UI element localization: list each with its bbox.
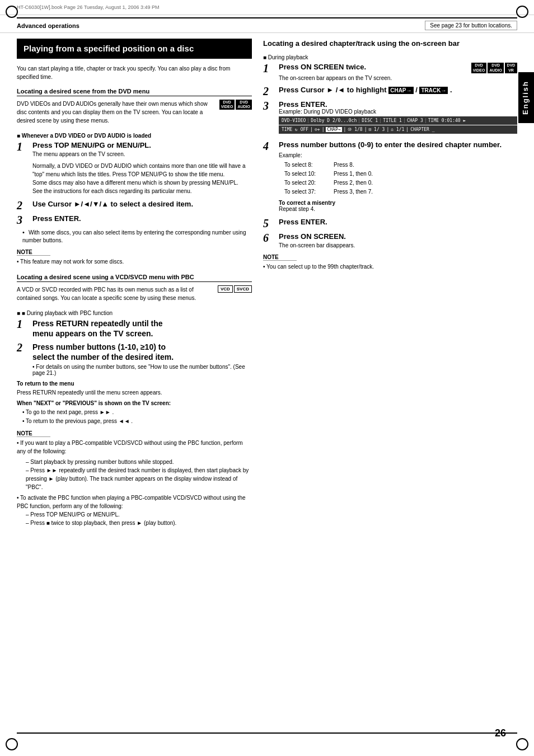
header-bar: HT-C6030[1W].book Page 26 Tuesday, Augus… xyxy=(0,0,534,15)
misentry-label: To correct a misentry xyxy=(279,200,335,206)
bullet-note-wrapper: • With some discs, you can also select i… xyxy=(22,229,252,245)
to-return-label: To return to the menu xyxy=(17,381,252,387)
misentry: To correct a misentry Repeat step 4. xyxy=(279,200,517,212)
step-1: 1 Press TOP MENU/PG or MENU/PL. The menu… xyxy=(17,141,252,158)
right-step-1-subtitle: The on-screen bar appears on the TV scre… xyxy=(279,74,517,82)
right-step-6: 6 Press ON SCREEN. The on-screen bar dis… xyxy=(263,232,517,250)
right-note-label: NOTE xyxy=(263,254,297,261)
note-text-1: • This feature may not work for some dis… xyxy=(17,257,252,266)
press-action-2: Press 1, then 0. xyxy=(334,170,373,179)
misentry-text: Repeat step 4. xyxy=(279,206,315,212)
right-note-content: You can select up to the 99th chapter/tr… xyxy=(266,264,374,270)
vcd-section: Locating a desired scene using a VCD/SVC… xyxy=(17,274,252,528)
bar-chap: CHAP 3 xyxy=(404,118,423,123)
step-3-content: Press ENTER. xyxy=(32,214,252,223)
press-action-3: Press 2, then 0. xyxy=(334,179,373,187)
main-title: Playing from a specified position on a d… xyxy=(24,43,245,54)
press-row-3: To select 20: Press 2, then 0. xyxy=(284,179,517,187)
right-step-4: 4 Press number buttons (0-9) to enter th… xyxy=(263,140,517,214)
bar-dot: ⊙+ xyxy=(315,127,320,132)
bar-home: ⌂ 1/1 xyxy=(391,127,404,132)
right-step-4-content: Press number buttons (0-9) to enter the … xyxy=(279,140,517,214)
bar-dvd-video: DVD-VIDEO xyxy=(282,118,306,123)
right-step-1-content: Press ON SCREEN twice. DVDVIDEO DVDAUDIO… xyxy=(279,63,517,82)
svcd-badge: SVCD xyxy=(234,285,252,293)
example-label: Example: During DVD VIDEO playback xyxy=(279,109,517,115)
bar-title: TITLE 1 xyxy=(380,118,402,123)
vcd-badges: VCD SVCD xyxy=(218,285,252,293)
right-step-3-title: Press ENTER. xyxy=(279,100,517,109)
advanced-ops-label: Advanced operations xyxy=(17,22,79,29)
press-action-4: Press 3, then 7. xyxy=(334,187,373,196)
press-select-3: To select 20: xyxy=(284,179,329,187)
bar-sep5: | xyxy=(386,127,389,132)
bar-time2: TIME ↻ OFF xyxy=(282,127,308,132)
note-dash-3: Press TOP MENU/PG or MENU/PL. xyxy=(26,510,252,519)
dvd-menu-section: Locating a desired scene from the DVD me… xyxy=(17,88,252,266)
english-tab: English xyxy=(518,72,534,123)
main-content: Playing from a specified position on a d… xyxy=(0,33,534,537)
vcd-step-2-num: 2 xyxy=(17,342,28,353)
vcd-step-2-title: Press number buttons (1-10, ≥10) toselec… xyxy=(32,342,252,362)
badge-dvd-audio: DVDAUDIO xyxy=(488,63,504,73)
right-step-6-title: Press ON SCREEN. xyxy=(279,232,517,241)
press-select-1: To select 8: xyxy=(284,161,329,170)
step-1-indent: Normally, a DVD VIDEO or DVD AUDIO which… xyxy=(32,162,252,195)
bar-sep2: | xyxy=(322,127,325,132)
right-step-1-title: Press ON SCREEN twice. xyxy=(279,63,366,71)
right-step-2-num: 2 xyxy=(263,86,274,97)
press-select-4: To select 37: xyxy=(284,187,329,196)
example-label-4: Example: xyxy=(279,152,517,158)
vcd-section-title: Locating a desired scene using a VCD/SVC… xyxy=(17,274,252,282)
dvd-video-badge: DVDVIDEO xyxy=(219,100,235,110)
step-2: 2 Use Cursor ►/◄/▼/▲ to select a desired… xyxy=(17,200,252,211)
note-item-2: • To activate the PBC function when play… xyxy=(17,494,252,510)
bullet-dot: • xyxy=(22,229,26,236)
note-dash-4: Press ■ twice to stop playback, then pre… xyxy=(26,519,252,527)
vcd-step-1-content: Press RETURN repeatedly until themenu ap… xyxy=(32,318,252,339)
section-header: Advanced operations See page 23 for butt… xyxy=(0,18,534,33)
file-info: HT-C6030[1W].book Page 26 Tuesday, Augus… xyxy=(17,4,160,10)
vcd-step-1-num: 1 xyxy=(17,318,28,330)
during-playback-right: During playback xyxy=(263,54,517,60)
section2-body-text: A VCD or SVCD recorded with PBC has its … xyxy=(17,285,252,302)
note-label-2: NOTE xyxy=(17,430,50,437)
right-step-4-num: 4 xyxy=(263,140,274,152)
to-return-text: Press RETURN repeatedly until the menu s… xyxy=(17,388,252,397)
section1-body: DVDVIDEO DVDAUDIO DVD VIDEOs and DVD AUD… xyxy=(17,100,252,128)
right-step-2-content: Press Cursor ► /◄ to highlight CHAP→ / T… xyxy=(279,86,517,94)
intro-text: You can start playing a title, chapter o… xyxy=(17,64,252,81)
step-2-content: Use Cursor ►/◄/▼/▲ to select a desired i… xyxy=(32,200,252,208)
bar-sep1: | xyxy=(310,127,313,132)
bar-chapter-input: CHAPTER _ xyxy=(410,127,434,132)
next-item-2: • To return to the previous page, press … xyxy=(22,417,252,426)
bottom-rule xyxy=(17,732,517,734)
bar-dolby: Dolby D 2/0...0ch xyxy=(308,118,357,123)
title-box: Playing from a specified position on a d… xyxy=(17,39,252,59)
right-step-5-content: Press ENTER. xyxy=(279,218,517,226)
note-text-2: • If you want to play a PBC-compatible V… xyxy=(17,439,252,527)
left-column: Playing from a specified position on a d… xyxy=(17,39,252,532)
right-note-section: NOTE • You can select up to the 99th cha… xyxy=(263,254,517,271)
right-step-3-content: Press ENTER. Example: During DVD VIDEO p… xyxy=(279,100,517,137)
note-section-1: NOTE • This feature may not work for som… xyxy=(17,249,252,266)
when-loaded: Whenever a DVD VIDEO or DVD AUDIO is loa… xyxy=(17,133,252,139)
right-step-2-title: Press Cursor ► /◄ to highlight CHAP→ / T… xyxy=(279,86,517,94)
note-label-1: NOTE xyxy=(17,249,50,256)
vcd-step-2-content: Press number buttons (1-10, ≥10) toselec… xyxy=(32,342,252,376)
right-step-5: 5 Press ENTER. xyxy=(263,218,517,229)
right-note-text: • You can select up to the 99th chapter/… xyxy=(263,262,517,271)
step-2-title: Use Cursor ►/◄/▼/▲ to select a desired i… xyxy=(32,200,252,208)
dvd-display-bar-2: TIME ↻ OFF | ⊙+ | CHAP→ | ⑩ 1/8 | ⊟ 1/ 3… xyxy=(279,125,517,134)
step-3: 3 Press ENTER. xyxy=(17,214,252,226)
next-item-1: • To go to the next page, press ►► . xyxy=(22,408,252,417)
bar-page: ⊟ 1/ 3 xyxy=(368,127,385,132)
vcd-step-1-title: Press RETURN repeatedly until themenu ap… xyxy=(32,318,252,339)
section1-body-text: DVD VIDEOs and DVD AUDIOs generally have… xyxy=(17,100,252,125)
badge-dvd-video: DVDVIDEO xyxy=(471,63,487,73)
right-step-6-content: Press ON SCREEN. The on-screen bar disap… xyxy=(279,232,517,250)
vcd-step-2: 2 Press number buttons (1-10, ≥10) tosel… xyxy=(17,342,252,376)
right-step-1: 1 Press ON SCREEN twice. DVDVIDEO DVDAUD… xyxy=(263,63,517,82)
vcd-badge: VCD xyxy=(218,285,233,293)
right-step-6-num: 6 xyxy=(263,232,274,243)
